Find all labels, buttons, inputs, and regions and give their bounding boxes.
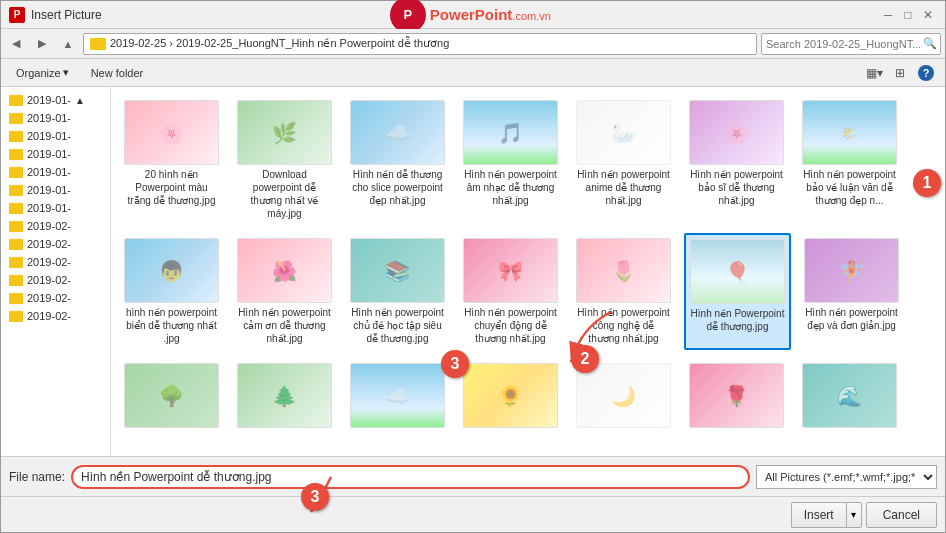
thumbnail-item[interactable]: 🌸 Hình nền powerpoint bảo sĩ dễ thương n… <box>684 95 789 225</box>
thumbnail-item[interactable]: 🌊 <box>797 358 902 436</box>
thumbnail-item[interactable]: 🌿 Download powerpoint dễ thương nhất về … <box>232 95 337 225</box>
thumbnail-item[interactable]: 🌻 <box>458 358 563 436</box>
organize-label: Organize <box>16 67 61 79</box>
thumbnail-image: 🌊 <box>802 363 897 428</box>
sidebar: 2019-01- ▲ 2019-01- 2019-01- 2019-01- 20… <box>1 87 111 456</box>
thumbnail-item[interactable]: 🎵 Hình nền powerpoint âm nhạc dễ thương … <box>458 95 563 225</box>
organize-button[interactable]: Organize ▾ <box>9 63 76 82</box>
thumbnail-label: Hình nền powerpoint đẹp và đơn giản.jpg <box>804 306 899 332</box>
folder-icon <box>9 239 23 250</box>
forward-button[interactable]: ▶ <box>31 33 53 55</box>
thumbnail-item[interactable]: ☁️ Hình nền dễ thương cho slice powerpoi… <box>345 95 450 225</box>
thumbnail-item[interactable]: 📚 Hình nền powerpoint chủ đề học tập siê… <box>345 233 450 350</box>
annotation-badge-3: 3 <box>441 350 469 378</box>
thumbnail-item[interactable]: 🌳 <box>119 358 224 436</box>
sidebar-item[interactable]: 2019-01- <box>1 181 110 199</box>
folder-icon <box>9 221 23 232</box>
filetype-select[interactable]: All Pictures (*.emf;*.wmf;*.jpg;* <box>756 465 937 489</box>
thumbnail-item[interactable]: 🌸 20 hình nền Powerpoint màu trắng dễ th… <box>119 95 224 225</box>
thumbnail-label: Hình nền Powerpoint dễ thương.jpg <box>690 307 785 333</box>
toolbar: Organize ▾ New folder ▦ ▾ ⊞ ? <box>1 59 945 87</box>
thumbnail-item[interactable]: ☁️ <box>345 358 450 436</box>
thumbnail-item[interactable]: 🦢 Hình nền powerpoint anime dễ thương nh… <box>571 95 676 225</box>
thumbnail-image: 🧚 <box>804 238 899 303</box>
view-options-button[interactable]: ▦ ▾ <box>863 62 885 84</box>
new-folder-button[interactable]: New folder <box>84 64 151 82</box>
back-button[interactable]: ◀ <box>5 33 27 55</box>
thumbnail-label: Hình nền powerpoint chủ đề học tập siêu … <box>350 306 445 345</box>
folder-icon <box>9 131 23 142</box>
folder-icon <box>9 203 23 214</box>
thumbnail-label: Hình nền powerpoint công nghệ dễ thương … <box>576 306 671 345</box>
sidebar-item[interactable]: 2019-02- <box>1 235 110 253</box>
brand-text: PowerPoint.com.vn <box>430 6 551 23</box>
window-title: Insert Picture <box>31 8 102 22</box>
title-bar: P Insert Picture P PowerPoint.com.vn ─ □… <box>1 1 945 29</box>
thumbnail-image: 📚 <box>350 238 445 303</box>
thumbnail-item[interactable]: 🧚 Hình nền powerpoint đẹp và đơn giản.jp… <box>799 233 904 350</box>
sidebar-item[interactable]: 2019-02- <box>1 289 110 307</box>
thumbnail-item[interactable]: 👦 hình nền powerpoint biển dễ thương nhấ… <box>119 233 224 350</box>
thumbnail-item[interactable]: 🌹 <box>684 358 789 436</box>
brand-watermark: P PowerPoint.com.vn <box>390 0 551 33</box>
folder-icon <box>9 311 23 322</box>
sidebar-item[interactable]: 2019-01- <box>1 145 110 163</box>
thumbnail-item[interactable]: 🎀 Hình nền powerpoint chuyển động dễ thư… <box>458 233 563 350</box>
search-icon: 🔍 <box>923 37 937 50</box>
sidebar-item[interactable]: 2019-01- <box>1 127 110 145</box>
thumbnail-image: 🌿 <box>237 100 332 165</box>
address-bar: ◀ ▶ ▲ 2019-02-25 › 2019-02-25_HuongNT_Hi… <box>1 29 945 59</box>
filename-input[interactable] <box>71 465 750 489</box>
toolbar-right: ▦ ▾ ⊞ ? <box>863 62 937 84</box>
help-button[interactable]: ? <box>915 62 937 84</box>
insert-button[interactable]: Insert <box>791 502 846 528</box>
thumbnail-image: 🎀 <box>463 238 558 303</box>
sidebar-item[interactable]: 2019-01- ▲ <box>1 91 110 109</box>
thumbnail-row-2: 👦 hình nền powerpoint biển dễ thương nhấ… <box>119 233 937 350</box>
thumbnail-label: Hình nền powerpoint âm nhạc dễ thương nh… <box>463 168 558 207</box>
thumbnail-item[interactable]: 🌲 <box>232 358 337 436</box>
content-area: 1 2 3 🌸 20 hình nền Powerpoint màu trắng… <box>111 87 945 456</box>
thumbnail-item[interactable]: 🌷 Hình nền powerpoint công nghệ dễ thươn… <box>571 233 676 350</box>
thumbnail-item[interactable]: 🌤️ Hình nền powerpoint bảo về luận văn d… <box>797 95 902 225</box>
folder-icon <box>9 293 23 304</box>
thumbnail-label: Download powerpoint dễ thương nhất về má… <box>237 168 332 220</box>
panel-icon: ⊞ <box>895 66 905 80</box>
thumbnail-image: 🌳 <box>124 363 219 428</box>
close-button[interactable]: ✕ <box>919 6 937 24</box>
minimize-button[interactable]: ─ <box>879 6 897 24</box>
cancel-button[interactable]: Cancel <box>866 502 937 528</box>
sidebar-item[interactable]: 2019-02- <box>1 253 110 271</box>
thumbnail-image: 🌻 <box>463 363 558 428</box>
search-input[interactable] <box>761 33 941 55</box>
title-controls[interactable]: ─ □ ✕ <box>879 6 937 24</box>
thumbnail-item-selected[interactable]: 🎈 Hình nền Powerpoint dễ thương.jpg <box>684 233 791 350</box>
new-folder-label: New folder <box>91 67 144 79</box>
thumbnail-image: 🌸 <box>124 100 219 165</box>
thumbnail-label: hình nền powerpoint biển dễ thương nhất … <box>124 306 219 345</box>
action-bar: 3 Insert ▾ Cancel <box>1 496 945 532</box>
thumbnail-image: ☁️ <box>350 363 445 428</box>
thumbnail-image: 🌷 <box>576 238 671 303</box>
brand-domain: .com.vn <box>512 10 551 22</box>
sidebar-item[interactable]: 2019-01- <box>1 109 110 127</box>
folder-icon <box>90 38 106 50</box>
sidebar-item[interactable]: 2019-02- <box>1 217 110 235</box>
sidebar-item[interactable]: 2019-01- <box>1 163 110 181</box>
insert-dropdown-button[interactable]: ▾ <box>846 502 862 528</box>
maximize-button[interactable]: □ <box>899 6 917 24</box>
view-icon: ▦ <box>866 66 877 80</box>
sidebar-item[interactable]: 2019-02- <box>1 271 110 289</box>
sidebar-item[interactable]: 2019-01- <box>1 199 110 217</box>
sidebar-item[interactable]: 2019-02- <box>1 307 110 325</box>
thumbnail-label: Hình nền powerpoint cảm ơn dễ thương nhấ… <box>237 306 332 345</box>
thumbnail-item[interactable]: 🌺 Hình nền powerpoint cảm ơn dễ thương n… <box>232 233 337 350</box>
breadcrumb[interactable]: 2019-02-25 › 2019-02-25_HuongNT_Hinh nền… <box>83 33 757 55</box>
app-icon: P <box>9 7 25 23</box>
annotation-badge-1: 1 <box>913 169 941 197</box>
breadcrumb-text: 2019-02-25 › 2019-02-25_HuongNT_Hinh nền… <box>110 37 449 50</box>
up-button[interactable]: ▲ <box>57 33 79 55</box>
folder-icon <box>9 113 23 124</box>
panel-view-button[interactable]: ⊞ <box>889 62 911 84</box>
thumbnail-image: 🌤️ <box>802 100 897 165</box>
